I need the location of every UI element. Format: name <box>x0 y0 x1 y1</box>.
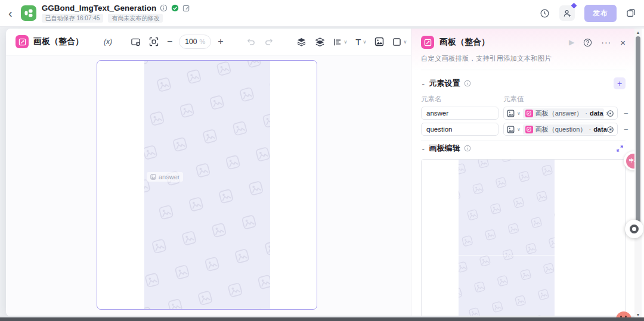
info-icon[interactable] <box>464 80 471 87</box>
collaborators-button[interactable] <box>559 5 575 21</box>
align-menu[interactable]: ∨ <box>329 38 352 46</box>
canvas-node-icon <box>421 36 434 49</box>
history-icon[interactable] <box>540 8 550 18</box>
back-icon[interactable]: ‹ <box>8 7 13 19</box>
workflow-title-block: GGBond_ImgText_Generation 已自动保存 16:07:45… <box>42 4 191 23</box>
recorder-fab[interactable] <box>625 220 643 238</box>
answer-element-label[interactable]: answer <box>147 172 183 182</box>
element-value-field[interactable]: ∨ 画板（question） · data × <box>503 123 618 136</box>
canvas-node-icon <box>16 35 29 48</box>
reference-node-name: 画板（answer） <box>535 109 583 118</box>
page-scrollbar[interactable]: ▲ ▼ <box>634 29 642 318</box>
redo-icon[interactable] <box>260 37 278 46</box>
element-value-field[interactable]: ∨ 画板（answer） · data × <box>503 107 618 120</box>
info-icon[interactable] <box>464 145 471 152</box>
published-check-icon <box>171 4 179 12</box>
duplicate-window-icon[interactable] <box>626 8 636 18</box>
chevron-down-icon[interactable]: ∨ <box>517 111 521 116</box>
column-element-name: 元素名 <box>421 95 503 104</box>
element-settings-title: 元素设置 <box>429 78 460 89</box>
shape-tool[interactable]: ∨ <box>388 38 411 46</box>
artboard[interactable]: answer <box>97 60 317 310</box>
locate-target-icon[interactable] <box>606 110 614 117</box>
send-backward-icon[interactable] <box>311 37 329 47</box>
column-element-value: 元素值 <box>503 95 524 104</box>
image-seam-line <box>459 255 555 255</box>
top-bar: ‹ GGBond_ImgText_Generation 已自动保存 16:07:… <box>0 0 644 27</box>
placeholder-pattern <box>459 160 555 316</box>
add-element-button[interactable]: + <box>614 77 626 89</box>
chevron-down-icon: ∨ <box>363 39 367 45</box>
unpublished-changes-badge: 有尚未发布的修改 <box>108 14 163 23</box>
run-node-icon[interactable]: ▶ <box>569 38 574 46</box>
bottom-bar <box>0 317 644 321</box>
collapse-chevron-icon[interactable]: ⌄ <box>421 80 426 86</box>
node-config-pane: 画板（整合） ▶ ··· × 自定义画板排版，支持引用添加文本和图片 ⌄ 元素设… <box>411 29 635 316</box>
remove-element-icon[interactable]: − <box>624 109 628 118</box>
reference-separator: · <box>589 126 591 133</box>
more-menu-icon[interactable]: ··· <box>601 38 611 47</box>
info-icon[interactable] <box>160 4 168 12</box>
canvas-edit-title: 画板编辑 <box>429 143 460 154</box>
preview-image-strip <box>459 160 555 316</box>
reference-field-name: data <box>593 126 607 133</box>
reference-node-name: 画板（question） <box>535 125 587 134</box>
canvas-node-tag: 画板（整合） <box>16 35 83 48</box>
canvas-viewport[interactable]: answer <box>6 55 411 316</box>
zoom-in-icon[interactable]: + <box>213 37 227 46</box>
value-reference-tag[interactable]: 画板（question） · data × <box>523 124 604 135</box>
autosave-badge: 已自动保存 16:07:45 <box>42 14 104 23</box>
chevron-down-icon: ∨ <box>403 39 407 45</box>
app-logo-icon <box>21 5 36 21</box>
chevron-down-icon[interactable]: ∨ <box>517 127 521 132</box>
element-name-input[interactable] <box>421 107 499 120</box>
element-settings-section-header[interactable]: ⌄ 元素设置 + <box>421 77 626 89</box>
fit-view-icon[interactable] <box>145 37 163 46</box>
variables-icon[interactable]: (x) <box>104 38 112 46</box>
record-ring-icon <box>630 225 639 233</box>
zoom-out-icon[interactable]: − <box>163 37 177 46</box>
expand-canvas-icon[interactable] <box>614 142 626 154</box>
canvas-node-icon <box>525 126 533 133</box>
image-tool[interactable] <box>370 37 388 46</box>
element-columns-header: 元素名 元素值 <box>421 95 626 104</box>
bring-forward-icon[interactable] <box>292 37 311 47</box>
placeholder-pattern <box>144 61 270 309</box>
zoom-level-field[interactable]: 100 % <box>179 35 211 49</box>
close-panel-icon[interactable]: × <box>620 38 626 48</box>
answer-label-text: answer <box>159 173 179 180</box>
canvas-editor-pane: 画板（整合） (x) − 100 % + <box>6 29 411 316</box>
canvas-toolbar: 画板（整合） (x) − 100 % + <box>6 29 411 55</box>
node-config-body: ⌄ 元素设置 + 元素名 元素值 ∨ 画 <box>411 70 635 316</box>
canvas-node-icon <box>525 110 533 117</box>
right-margin <box>642 29 644 318</box>
value-reference-tag[interactable]: 画板（answer） · data × <box>523 108 604 119</box>
node-description: 自定义画板排版，支持引用添加文本和图片 <box>421 49 626 70</box>
undo-icon[interactable] <box>242 37 260 46</box>
canvas-preview[interactable] <box>421 159 626 316</box>
workflow-title: GGBond_ImgText_Generation <box>42 4 157 13</box>
element-name-input[interactable] <box>421 123 499 136</box>
help-icon[interactable] <box>583 38 592 47</box>
canvas-node-modal: 画板（整合） (x) − 100 % + <box>6 29 636 316</box>
frame-settings-icon[interactable] <box>126 37 145 47</box>
zoom-unit: % <box>199 38 205 45</box>
edit-icon[interactable] <box>182 4 190 12</box>
element-row: ∨ 画板（question） · data × − <box>421 123 626 136</box>
artboard-image-strip[interactable] <box>144 61 270 309</box>
collapse-chevron-icon[interactable]: ⌄ <box>421 145 426 151</box>
remove-element-icon[interactable]: − <box>624 125 628 134</box>
reference-separator: · <box>585 110 587 117</box>
image-type-icon[interactable] <box>507 126 515 133</box>
image-icon <box>150 174 156 180</box>
locate-target-icon[interactable] <box>606 126 614 133</box>
text-tool[interactable]: T ∨ <box>351 37 370 47</box>
scrollbar-thumb[interactable] <box>636 36 640 226</box>
reference-field-name: data <box>590 110 603 117</box>
image-type-icon[interactable] <box>507 110 515 117</box>
publish-button[interactable]: 发布 <box>584 5 617 22</box>
canvas-edit-section-header[interactable]: ⌄ 画板编辑 <box>421 141 626 154</box>
scroll-up-arrow[interactable]: ▲ <box>636 29 640 36</box>
editor-title: 画板（整合） <box>33 36 83 47</box>
element-row: ∨ 画板（answer） · data × − <box>421 107 626 120</box>
